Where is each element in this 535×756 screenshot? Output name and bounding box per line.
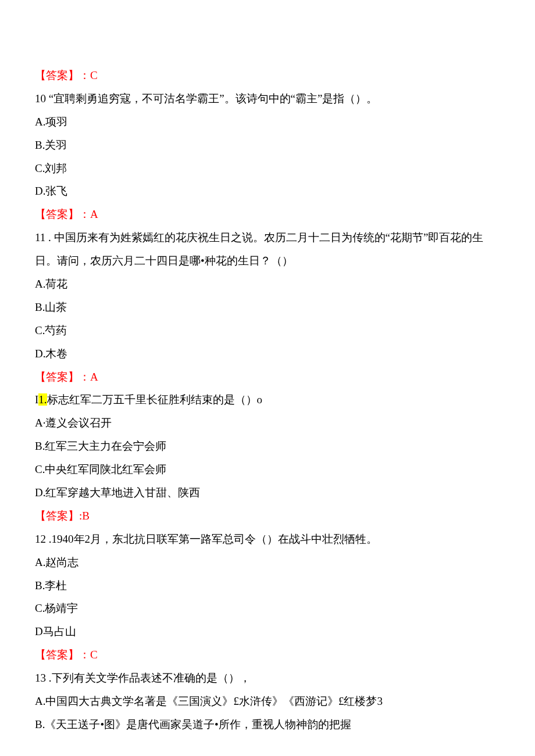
answer-label: 【答案】：A xyxy=(35,366,500,389)
option: B.山茶 xyxy=(35,296,500,319)
option: B.李杜 xyxy=(35,574,500,597)
option: D.木卷 xyxy=(35,342,500,366)
document-page: 【答案】：C 10 “宜聘剩勇追穷寇，不可沽名学霸王”。该诗句中的“霸主”是指（… xyxy=(0,0,535,756)
option: B.关羽 xyxy=(35,134,500,157)
option: A.项羽 xyxy=(35,110,500,134)
question-text: 12 .1940年2月，东北抗日联军第一路军总司令（）在战斗中壮烈牺牲。 xyxy=(35,528,500,551)
option: A·遵义会议召开 xyxy=(35,411,500,435)
option: A.中国四大古典文学名著是《三国演义》£水浒传》《西游记》£红楼梦3 xyxy=(35,690,500,713)
option: C.芍药 xyxy=(35,319,500,342)
answer-label: 【答案】：A xyxy=(35,203,500,226)
option: A.荷花 xyxy=(35,273,500,296)
option: D马占山 xyxy=(35,620,500,643)
answer-label: 【答案】：C xyxy=(35,643,500,667)
option: B.《天王送子•图》是唐代画家吴道子•所作，重视人物神韵的把握 xyxy=(35,713,500,736)
highlight-text: 1. xyxy=(38,393,47,406)
option: B.红军三大主力在会宁会师 xyxy=(35,435,500,458)
question-text: 11 . 中国历来有为姓紫嫣红的花庆祝生日之说。农历二月十二日为传统的“花期节”… xyxy=(35,226,500,273)
question-text: I1.标志红军二万五千里长征胜利结束的是（）o xyxy=(35,388,500,411)
text-suffix: 标志红军二万五千里长征胜利结束的是（）o xyxy=(47,393,263,406)
question-text: 13 .下列有关文学作品表述不准确的是（）， xyxy=(35,667,500,690)
option: A.赵尚志 xyxy=(35,551,500,574)
question-text: 10 “宜聘剩勇追穷寇，不可沽名学霸王”。该诗句中的“霸主”是指（）。 xyxy=(35,87,500,110)
answer-label: 【答案】:B xyxy=(35,504,500,528)
answer-label: 【答案】：C xyxy=(35,64,500,87)
option: D.张飞 xyxy=(35,180,500,203)
option: C.杨靖宇 xyxy=(35,597,500,620)
option: C.刘邦 xyxy=(35,157,500,180)
option: C.中央红军同陕北红军会师 xyxy=(35,458,500,481)
option: D.红军穿越大草地进入甘甜、陕西 xyxy=(35,481,500,504)
